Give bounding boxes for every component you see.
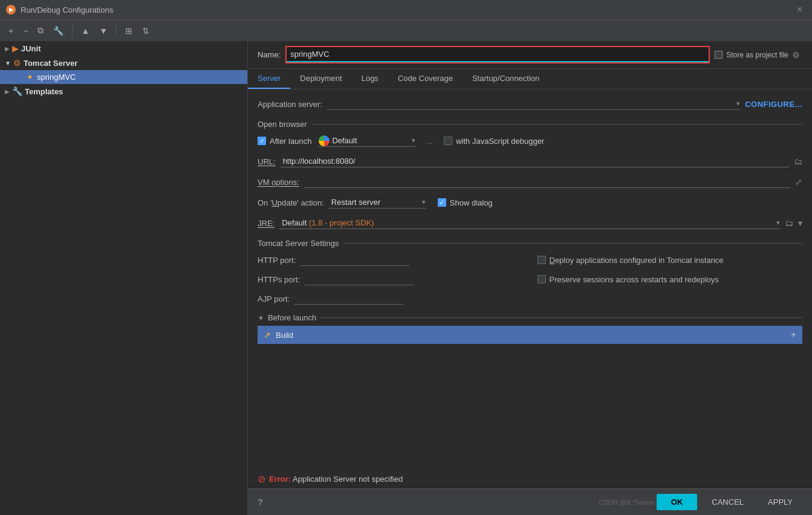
store-project-file-checkbox[interactable] bbox=[715, 51, 723, 59]
jre-dropdown-arrow-icon: ▾ bbox=[776, 219, 780, 227]
move-to-group-button[interactable]: ⊞ bbox=[122, 24, 136, 38]
browser-select-wrapper: Default ▾ bbox=[319, 135, 415, 147]
before-launch-collapse-icon[interactable]: ▼ bbox=[258, 314, 264, 322]
title-bar-left: ▶ Run/Debug Configurations bbox=[6, 5, 113, 15]
configure-button[interactable]: CONFIGURE... bbox=[745, 100, 802, 109]
gear-icon[interactable]: ⚙ bbox=[792, 50, 800, 60]
https-port-input[interactable] bbox=[305, 273, 414, 285]
jre-label: JRE: bbox=[258, 219, 274, 228]
junit-arrow-icon: ▶ bbox=[5, 45, 10, 52]
move-up-button[interactable]: ▲ bbox=[77, 24, 93, 38]
build-row: ↗ Build + bbox=[258, 326, 802, 344]
tomcat-settings-label: Tomcat Server Settings bbox=[258, 239, 339, 248]
tomcat-server-label: Tomcat Server bbox=[24, 59, 77, 68]
tab-deployment[interactable]: Deployment bbox=[290, 69, 351, 89]
show-dialog-label: Show dialog bbox=[450, 198, 493, 207]
move-down-button[interactable]: ▼ bbox=[96, 24, 111, 38]
browser-select[interactable]: Default bbox=[332, 135, 409, 146]
name-label: Name: bbox=[258, 50, 281, 59]
tomcat-icon: ⚙ bbox=[13, 58, 21, 68]
run-icon: ▶ bbox=[6, 5, 16, 15]
help-button[interactable]: ? bbox=[258, 497, 262, 507]
close-button[interactable]: × bbox=[793, 3, 806, 16]
sidebar: ▶ ▶ JUnit ▼ ⚙ Tomcat Server ✦ springMVC … bbox=[0, 41, 248, 515]
action-area: CSDN @& *Savior OK CANCEL APPLY bbox=[594, 494, 802, 510]
tab-startup[interactable]: Startup/Connection bbox=[463, 69, 549, 89]
store-project-file-label: Store as project file bbox=[726, 51, 788, 59]
after-launch-checkbox[interactable]: ✓ bbox=[258, 137, 266, 145]
tab-logs[interactable]: Logs bbox=[352, 69, 388, 89]
vm-options-input[interactable] bbox=[304, 176, 790, 188]
browser-more-button[interactable]: ... bbox=[423, 135, 437, 147]
tabs-row: Server Deployment Logs Code Coverage Sta… bbox=[248, 69, 812, 89]
show-dialog-wrapper: ✓ Show dialog bbox=[438, 198, 493, 207]
tab-code-coverage[interactable]: Code Coverage bbox=[388, 69, 463, 89]
http-port-input[interactable] bbox=[300, 254, 409, 266]
main-panel: Name: Store as project file ⚙ Server Dep… bbox=[248, 41, 812, 515]
name-input-wrapper bbox=[285, 46, 710, 63]
deploy-apps-checkbox[interactable] bbox=[538, 256, 546, 264]
bottom-bar: ? CSDN @& *Savior OK CANCEL APPLY bbox=[248, 488, 812, 515]
restart-dropdown-arrow-icon: ▾ bbox=[422, 198, 426, 206]
junit-icon: ▶ bbox=[12, 44, 19, 53]
toolbar-divider bbox=[72, 25, 73, 37]
error-row: ⊘ Error: Application Server not specifie… bbox=[248, 470, 812, 488]
after-launch-row: ✓ After launch Default ▾ ... with JavaSc… bbox=[258, 135, 802, 147]
vm-options-expand-button[interactable]: ⤢ bbox=[795, 177, 802, 187]
add-before-launch-button[interactable]: + bbox=[791, 329, 796, 340]
app-server-dropdown-arrow-icon: ▾ bbox=[736, 100, 740, 108]
url-folder-icon[interactable]: 🗂 bbox=[794, 157, 802, 166]
toolbar: + − ⧉ 🔧 ▲ ▼ ⊞ ⇅ bbox=[0, 19, 812, 41]
preserve-sessions-checkbox[interactable] bbox=[538, 275, 546, 283]
title-bar: ▶ Run/Debug Configurations × bbox=[0, 0, 812, 19]
junit-label: JUnit bbox=[21, 44, 41, 53]
restart-server-select[interactable]: Restart server bbox=[329, 196, 422, 208]
before-launch-line bbox=[320, 317, 802, 318]
main-content: ▶ ▶ JUnit ▼ ⚙ Tomcat Server ✦ springMVC … bbox=[0, 41, 812, 515]
tab-server[interactable]: Server bbox=[248, 69, 290, 89]
js-debugger-checkbox[interactable] bbox=[444, 137, 452, 145]
toolbar-divider2 bbox=[116, 25, 117, 37]
jre-select-wrapper: Default (1.8 - project SDK) ▾ bbox=[279, 217, 780, 229]
jre-row: JRE: Default (1.8 - project SDK) ▾ 🗂 ▾ bbox=[258, 217, 802, 229]
sidebar-item-templates[interactable]: ▶ 🔧 Templates bbox=[0, 84, 247, 99]
app-server-row: Application server: ▾ CONFIGURE... bbox=[258, 98, 802, 110]
deploy-apps-label: Deploy applications configured in Tomcat… bbox=[550, 256, 724, 265]
url-input[interactable] bbox=[281, 155, 789, 167]
ajp-port-label: AJP port: bbox=[258, 294, 290, 303]
http-port-row: HTTP port: bbox=[258, 254, 523, 266]
sort-button[interactable]: ⇅ bbox=[138, 24, 153, 38]
watermark-text: CSDN @& *Savior bbox=[599, 499, 654, 506]
copy-config-button[interactable]: ⧉ bbox=[34, 23, 47, 38]
sidebar-item-tomcat[interactable]: ▼ ⚙ Tomcat Server bbox=[0, 56, 247, 70]
sidebar-item-springmvc[interactable]: ✦ springMVC bbox=[0, 70, 247, 84]
jre-down-arrow-icon[interactable]: ▾ bbox=[798, 218, 802, 228]
jre-folder-icon[interactable]: 🗂 bbox=[785, 218, 793, 228]
settings-button[interactable]: 🔧 bbox=[50, 24, 67, 38]
js-debugger-wrapper: with JavaScript debugger bbox=[444, 137, 544, 146]
tomcat-settings-section: Tomcat Server Settings bbox=[258, 239, 802, 248]
ajp-port-input[interactable] bbox=[294, 293, 403, 305]
dialog-title: Run/Debug Configurations bbox=[21, 5, 113, 15]
error-message: Error: Application Server not specified bbox=[269, 475, 403, 484]
remove-config-button[interactable]: − bbox=[19, 24, 31, 38]
sidebar-item-junit[interactable]: ▶ ▶ JUnit bbox=[0, 41, 247, 56]
open-browser-label: Open browser bbox=[258, 120, 307, 129]
vm-options-row: VM options: ⤢ bbox=[258, 176, 802, 188]
templates-label: Templates bbox=[25, 87, 63, 96]
http-port-label: HTTP port: bbox=[258, 256, 296, 265]
add-config-button[interactable]: + bbox=[5, 24, 17, 38]
name-input[interactable] bbox=[287, 47, 709, 62]
url-label: URL: bbox=[258, 157, 276, 166]
build-icon: ↗ bbox=[264, 330, 271, 340]
apply-button[interactable]: APPLY bbox=[758, 494, 802, 510]
cancel-button[interactable]: CANCEL bbox=[702, 494, 753, 510]
app-server-select[interactable] bbox=[327, 98, 736, 109]
browser-dropdown-arrow-icon: ▾ bbox=[412, 137, 415, 144]
browser-logo-icon bbox=[319, 135, 330, 146]
on-update-row: On 'Update' action: Restart server ▾ ✓ S… bbox=[258, 196, 802, 209]
https-port-label: HTTPs port: bbox=[258, 275, 300, 284]
show-dialog-checkbox[interactable]: ✓ bbox=[438, 198, 446, 207]
ok-button[interactable]: OK bbox=[657, 494, 698, 510]
js-debugger-label: with JavaScript debugger bbox=[456, 137, 544, 146]
